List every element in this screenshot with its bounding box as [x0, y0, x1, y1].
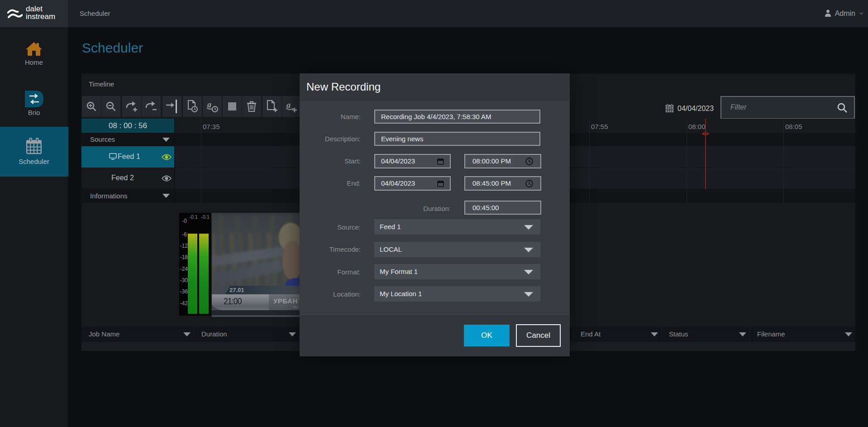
svg-text:a: a [286, 101, 291, 110]
svg-text:a: a [207, 100, 211, 109]
